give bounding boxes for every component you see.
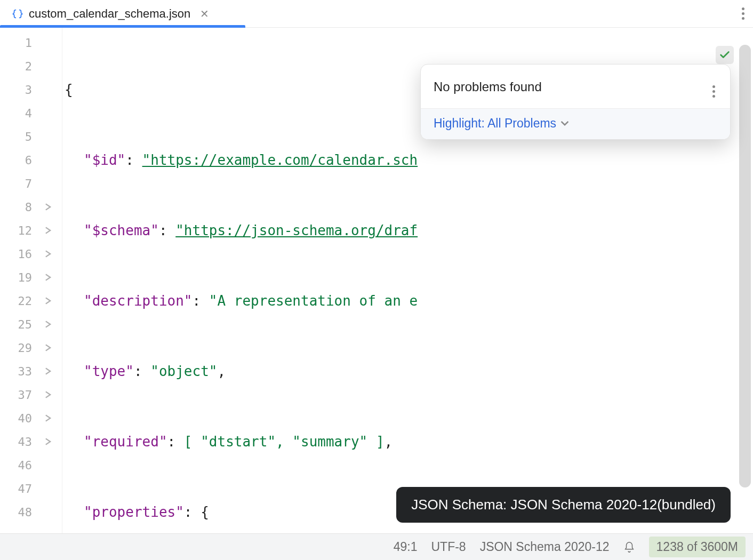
status-bar: 49:1 UTF-8 JSON Schema 2020-12 1238 of 3…: [0, 533, 753, 560]
line-number: 12: [16, 224, 32, 237]
scrollbar-thumb[interactable]: [739, 45, 751, 487]
kebab-icon: [742, 7, 744, 20]
line-number: 29: [16, 341, 32, 355]
line-number: 6: [16, 154, 32, 167]
tab-filename: custom_calendar_schema.json: [29, 7, 190, 21]
line-number: 47: [16, 482, 32, 495]
fold-toggle[interactable]: [44, 344, 52, 351]
line-number: 16: [16, 247, 32, 261]
highlight-label: Highlight: All Problems: [434, 116, 556, 131]
inspection-indicator[interactable]: [716, 46, 734, 64]
close-tab-icon[interactable]: ✕: [196, 7, 213, 20]
tab-options-menu[interactable]: [733, 0, 753, 27]
fold-toggle[interactable]: [44, 367, 52, 375]
url-link[interactable]: "https://example.com/calendar.sch: [142, 152, 418, 168]
fold-toggle[interactable]: [44, 414, 52, 422]
line-number: 46: [16, 459, 32, 472]
vertical-scrollbar[interactable]: [739, 45, 751, 487]
line-number: 43: [16, 435, 32, 449]
problems-title: No problems found: [434, 79, 542, 94]
schema-tooltip: JSON Schema: JSON Schema 2020-12(bundled…: [396, 487, 731, 523]
line-number: 8: [16, 201, 32, 214]
line-number: 33: [16, 365, 32, 378]
gutter: 1 2 3 4 5 6 7 8 12 16 19 22 25 29 33 37 …: [0, 28, 62, 533]
fold-toggle[interactable]: [44, 227, 52, 234]
fold-toggle[interactable]: [44, 203, 52, 211]
json-schema-widget[interactable]: JSON Schema 2020-12: [480, 540, 610, 554]
line-number: 22: [16, 294, 32, 308]
url-link[interactable]: "https://json-schema.org/draf: [175, 222, 418, 238]
fold-toggle[interactable]: [44, 297, 52, 305]
line-number: 3: [16, 83, 32, 97]
line-number: 2: [16, 60, 32, 73]
json-file-icon: [12, 8, 23, 20]
line-number: 48: [16, 506, 32, 519]
line-number: 4: [16, 107, 32, 120]
check-icon: [719, 49, 731, 61]
tab-bar: custom_calendar_schema.json ✕: [0, 0, 753, 28]
notifications-button[interactable]: [623, 541, 635, 553]
highlight-level-selector[interactable]: Highlight: All Problems: [421, 108, 730, 139]
problems-options-menu[interactable]: [709, 74, 718, 100]
kebab-icon: [712, 85, 715, 98]
line-number: 5: [16, 130, 32, 143]
fold-toggle[interactable]: [44, 438, 52, 445]
chevron-down-icon: [560, 116, 569, 131]
fold-toggle[interactable]: [44, 321, 52, 328]
line-number: 40: [16, 412, 32, 425]
bell-icon: [623, 541, 635, 553]
line-number: 37: [16, 388, 32, 402]
caret-position[interactable]: 49:1: [394, 540, 418, 554]
line-number: 25: [16, 318, 32, 331]
line-number: 19: [16, 271, 32, 284]
problems-popup: No problems found Highlight: All Problem…: [420, 64, 731, 140]
fold-toggle[interactable]: [44, 250, 52, 258]
line-number: 7: [16, 177, 32, 190]
line-number: 1: [16, 36, 32, 50]
memory-indicator[interactable]: 1238 of 3600M: [649, 537, 746, 557]
file-tab[interactable]: custom_calendar_schema.json ✕: [0, 0, 223, 27]
fold-toggle[interactable]: [44, 391, 52, 398]
fold-toggle[interactable]: [44, 274, 52, 281]
file-encoding[interactable]: UTF-8: [431, 540, 466, 554]
